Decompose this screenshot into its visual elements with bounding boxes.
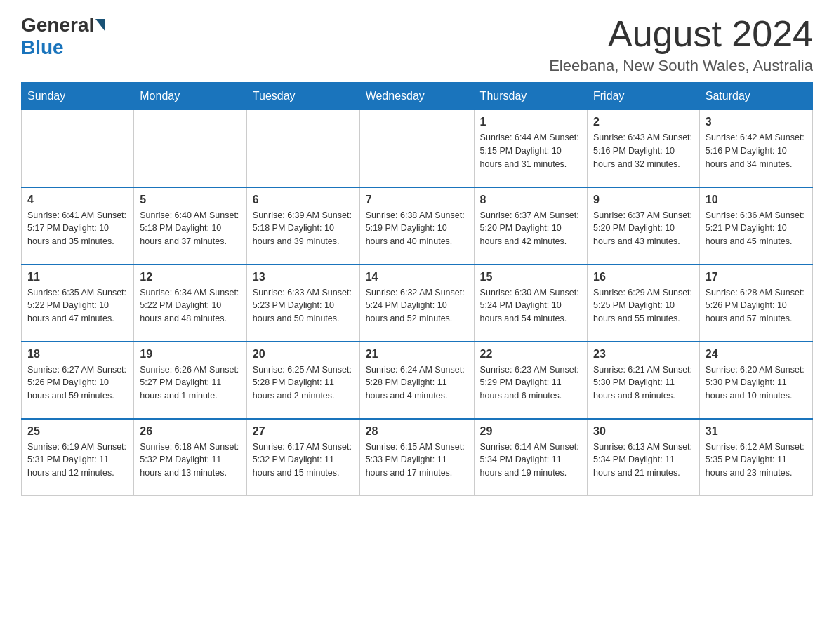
day-number: 11: [27, 271, 128, 283]
day-number: 14: [366, 271, 468, 283]
day-info: Sunrise: 6:30 AM Sunset: 5:24 PM Dayligh…: [480, 286, 581, 326]
calendar-cell: 11Sunrise: 6:35 AM Sunset: 5:22 PM Dayli…: [22, 264, 134, 342]
day-number: 3: [706, 116, 807, 128]
day-number: 9: [593, 194, 694, 206]
day-info: Sunrise: 6:12 AM Sunset: 5:35 PM Dayligh…: [706, 441, 807, 480]
day-number: 22: [480, 348, 581, 361]
calendar-cell: 23Sunrise: 6:21 AM Sunset: 5:30 PM Dayli…: [588, 342, 700, 419]
calendar-cell: 20Sunrise: 6:25 AM Sunset: 5:28 PM Dayli…: [246, 342, 359, 419]
day-number: 8: [480, 194, 581, 206]
calendar-cell: 5Sunrise: 6:40 AM Sunset: 5:18 PM Daylig…: [134, 187, 247, 264]
day-info: Sunrise: 6:44 AM Sunset: 5:15 PM Dayligh…: [480, 131, 581, 170]
day-info: Sunrise: 6:18 AM Sunset: 5:32 PM Dayligh…: [140, 441, 241, 480]
day-number: 2: [593, 116, 694, 128]
day-info: Sunrise: 6:42 AM Sunset: 5:16 PM Dayligh…: [706, 131, 807, 170]
day-info: Sunrise: 6:32 AM Sunset: 5:24 PM Dayligh…: [366, 286, 468, 326]
day-number: 19: [140, 348, 241, 361]
calendar-cell: 29Sunrise: 6:14 AM Sunset: 5:34 PM Dayli…: [474, 419, 587, 496]
day-info: Sunrise: 6:43 AM Sunset: 5:16 PM Dayligh…: [593, 131, 694, 170]
day-number: 29: [480, 425, 581, 438]
day-info: Sunrise: 6:41 AM Sunset: 5:17 PM Dayligh…: [27, 209, 128, 248]
calendar-cell: 2Sunrise: 6:43 AM Sunset: 5:16 PM Daylig…: [588, 110, 700, 187]
logo: General Blue: [21, 14, 107, 59]
calendar-cell: 16Sunrise: 6:29 AM Sunset: 5:25 PM Dayli…: [588, 264, 700, 342]
calendar-cell: 3Sunrise: 6:42 AM Sunset: 5:16 PM Daylig…: [699, 110, 812, 187]
calendar-cell: 30Sunrise: 6:13 AM Sunset: 5:34 PM Dayli…: [588, 419, 700, 496]
calendar-cell: 7Sunrise: 6:38 AM Sunset: 5:19 PM Daylig…: [359, 187, 474, 264]
column-header-monday: Monday: [134, 83, 247, 110]
day-info: Sunrise: 6:37 AM Sunset: 5:20 PM Dayligh…: [480, 209, 581, 248]
day-info: Sunrise: 6:17 AM Sunset: 5:32 PM Dayligh…: [253, 441, 354, 480]
column-header-thursday: Thursday: [474, 83, 587, 110]
calendar-week-row: 25Sunrise: 6:19 AM Sunset: 5:31 PM Dayli…: [22, 419, 813, 496]
day-number: 31: [706, 425, 807, 438]
calendar-cell: 17Sunrise: 6:28 AM Sunset: 5:26 PM Dayli…: [699, 264, 812, 342]
day-info: Sunrise: 6:35 AM Sunset: 5:22 PM Dayligh…: [27, 286, 128, 326]
day-number: 17: [706, 271, 807, 283]
calendar-cell: 4Sunrise: 6:41 AM Sunset: 5:17 PM Daylig…: [22, 187, 134, 264]
day-info: Sunrise: 6:37 AM Sunset: 5:20 PM Dayligh…: [593, 209, 694, 248]
day-number: 10: [706, 194, 807, 206]
day-info: Sunrise: 6:28 AM Sunset: 5:26 PM Dayligh…: [706, 286, 807, 326]
day-info: Sunrise: 6:38 AM Sunset: 5:19 PM Dayligh…: [366, 209, 468, 248]
logo-blue-text: Blue: [21, 36, 64, 58]
day-number: 25: [27, 425, 128, 438]
calendar-cell: 24Sunrise: 6:20 AM Sunset: 5:30 PM Dayli…: [699, 342, 812, 419]
day-number: 23: [593, 348, 694, 361]
month-title: August 2024: [549, 14, 813, 54]
day-info: Sunrise: 6:21 AM Sunset: 5:30 PM Dayligh…: [593, 363, 694, 403]
day-number: 20: [253, 348, 354, 361]
day-info: Sunrise: 6:13 AM Sunset: 5:34 PM Dayligh…: [593, 441, 694, 480]
column-header-wednesday: Wednesday: [359, 83, 474, 110]
day-number: 18: [27, 348, 128, 361]
calendar-header-row: SundayMondayTuesdayWednesdayThursdayFrid…: [22, 83, 813, 110]
day-number: 12: [140, 271, 241, 283]
page-header: General Blue August 2024 Eleebana, New S…: [21, 14, 813, 75]
logo-general-text: General: [21, 14, 94, 36]
title-area: August 2024 Eleebana, New South Wales, A…: [549, 14, 813, 75]
calendar-cell: 25Sunrise: 6:19 AM Sunset: 5:31 PM Dayli…: [22, 419, 134, 496]
day-info: Sunrise: 6:24 AM Sunset: 5:28 PM Dayligh…: [366, 363, 468, 403]
day-info: Sunrise: 6:26 AM Sunset: 5:27 PM Dayligh…: [140, 363, 241, 403]
calendar-cell: 13Sunrise: 6:33 AM Sunset: 5:23 PM Dayli…: [246, 264, 359, 342]
calendar-cell: [359, 110, 474, 187]
day-info: Sunrise: 6:34 AM Sunset: 5:22 PM Dayligh…: [140, 286, 241, 326]
calendar-cell: 12Sunrise: 6:34 AM Sunset: 5:22 PM Dayli…: [134, 264, 247, 342]
day-number: 27: [253, 425, 354, 438]
day-number: 21: [366, 348, 468, 361]
column-header-sunday: Sunday: [22, 83, 134, 110]
day-info: Sunrise: 6:36 AM Sunset: 5:21 PM Dayligh…: [706, 209, 807, 248]
calendar-week-row: 1Sunrise: 6:44 AM Sunset: 5:15 PM Daylig…: [22, 110, 813, 187]
calendar-week-row: 4Sunrise: 6:41 AM Sunset: 5:17 PM Daylig…: [22, 187, 813, 264]
day-info: Sunrise: 6:23 AM Sunset: 5:29 PM Dayligh…: [480, 363, 581, 403]
day-info: Sunrise: 6:27 AM Sunset: 5:26 PM Dayligh…: [27, 363, 128, 403]
column-header-saturday: Saturday: [699, 83, 812, 110]
day-info: Sunrise: 6:19 AM Sunset: 5:31 PM Dayligh…: [27, 441, 128, 480]
day-info: Sunrise: 6:33 AM Sunset: 5:23 PM Dayligh…: [253, 286, 354, 326]
column-header-tuesday: Tuesday: [246, 83, 359, 110]
calendar-cell: 18Sunrise: 6:27 AM Sunset: 5:26 PM Dayli…: [22, 342, 134, 419]
day-number: 24: [706, 348, 807, 361]
calendar-cell: 31Sunrise: 6:12 AM Sunset: 5:35 PM Dayli…: [699, 419, 812, 496]
day-number: 4: [27, 194, 128, 206]
calendar-cell: [134, 110, 247, 187]
day-number: 15: [480, 271, 581, 283]
calendar-cell: 22Sunrise: 6:23 AM Sunset: 5:29 PM Dayli…: [474, 342, 587, 419]
calendar-cell: 26Sunrise: 6:18 AM Sunset: 5:32 PM Dayli…: [134, 419, 247, 496]
day-number: 5: [140, 194, 241, 206]
calendar-cell: [22, 110, 134, 187]
day-info: Sunrise: 6:14 AM Sunset: 5:34 PM Dayligh…: [480, 441, 581, 480]
calendar-cell: 28Sunrise: 6:15 AM Sunset: 5:33 PM Dayli…: [359, 419, 474, 496]
day-number: 13: [253, 271, 354, 283]
day-number: 6: [253, 194, 354, 206]
calendar-cell: 1Sunrise: 6:44 AM Sunset: 5:15 PM Daylig…: [474, 110, 587, 187]
day-info: Sunrise: 6:29 AM Sunset: 5:25 PM Dayligh…: [593, 286, 694, 326]
day-number: 30: [593, 425, 694, 438]
day-info: Sunrise: 6:39 AM Sunset: 5:18 PM Dayligh…: [253, 209, 354, 248]
calendar-week-row: 18Sunrise: 6:27 AM Sunset: 5:26 PM Dayli…: [22, 342, 813, 419]
calendar-cell: 19Sunrise: 6:26 AM Sunset: 5:27 PM Dayli…: [134, 342, 247, 419]
day-info: Sunrise: 6:40 AM Sunset: 5:18 PM Dayligh…: [140, 209, 241, 248]
day-number: 28: [366, 425, 468, 438]
calendar-cell: 14Sunrise: 6:32 AM Sunset: 5:24 PM Dayli…: [359, 264, 474, 342]
day-info: Sunrise: 6:15 AM Sunset: 5:33 PM Dayligh…: [366, 441, 468, 480]
